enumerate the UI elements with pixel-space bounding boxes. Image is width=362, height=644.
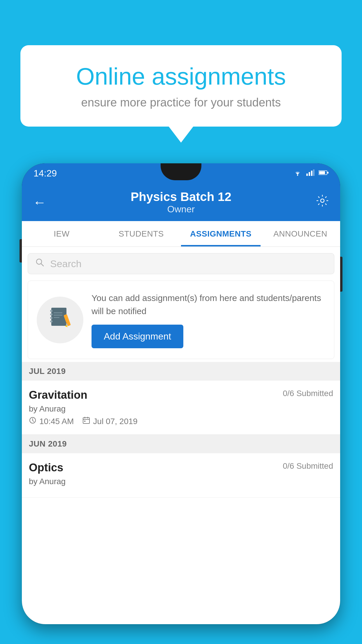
section-header-jun: JUN 2019 bbox=[22, 435, 340, 453]
search-icon bbox=[35, 258, 45, 270]
assignment-item-gravitation[interactable]: Gravitation 0/6 Submitted by Anurag 10:4… bbox=[22, 381, 340, 435]
speech-bubble-subtitle: ensure more practice for your students bbox=[41, 96, 321, 109]
back-button[interactable]: ← bbox=[33, 194, 46, 210]
calendar-icon bbox=[82, 416, 90, 426]
svg-rect-6 bbox=[319, 171, 325, 174]
tabs-bar: IEW STUDENTS ASSIGNMENTS ANNOUNCEN bbox=[22, 221, 340, 247]
tab-announcements[interactable]: ANNOUNCEN bbox=[261, 221, 340, 246]
notch bbox=[161, 163, 201, 180]
tab-assignments-label: ASSIGNMENTS bbox=[190, 229, 252, 239]
assignment-name-optics: Optics bbox=[29, 461, 63, 474]
svg-rect-14 bbox=[50, 321, 52, 322]
tab-announcements-label: ANNOUNCEN bbox=[273, 229, 327, 239]
settings-icon[interactable] bbox=[316, 194, 329, 210]
header-subtitle: Owner bbox=[131, 204, 231, 215]
phone-content: Search bbox=[22, 247, 340, 624]
svg-rect-3 bbox=[311, 171, 312, 176]
svg-rect-22 bbox=[83, 418, 89, 424]
header-title: Physics Batch 12 bbox=[131, 190, 231, 204]
speech-bubble-tail bbox=[169, 127, 193, 143]
status-time: 14:29 bbox=[34, 168, 57, 179]
svg-rect-16 bbox=[54, 315, 62, 316]
svg-point-8 bbox=[321, 199, 324, 202]
tab-students-label: STUDENTS bbox=[119, 229, 164, 239]
assignment-item-optics[interactable]: Optics 0/6 Submitted by Anurag bbox=[22, 453, 340, 498]
svg-rect-1 bbox=[306, 174, 308, 176]
assignment-name-gravitation: Gravitation bbox=[29, 389, 87, 401]
battery-icon bbox=[319, 170, 328, 176]
clock-icon bbox=[29, 416, 36, 426]
volume-button bbox=[20, 239, 22, 262]
empty-state-right: You can add assignment(s) from here and … bbox=[92, 291, 325, 348]
search-bar[interactable]: Search bbox=[28, 253, 334, 274]
speech-bubble-container: Online assignments ensure more practice … bbox=[20, 45, 342, 143]
tab-overview-label: IEW bbox=[54, 229, 69, 239]
wifi-icon bbox=[293, 169, 302, 177]
svg-rect-15 bbox=[54, 312, 62, 313]
assignment-submitted-gravitation: 0/6 Submitted bbox=[283, 389, 333, 398]
power-button bbox=[340, 257, 342, 292]
assignment-date-gravitation: Jul 07, 2019 bbox=[82, 416, 138, 426]
svg-rect-23 bbox=[84, 421, 85, 422]
section-header-jul: JUL 2019 bbox=[22, 362, 340, 381]
speech-bubble-title: Online assignments bbox=[41, 63, 321, 90]
svg-rect-2 bbox=[309, 172, 310, 176]
notebook-icon-circle bbox=[37, 297, 83, 343]
search-placeholder: Search bbox=[50, 258, 82, 270]
phone-body: 14:29 bbox=[22, 163, 340, 624]
svg-point-0 bbox=[297, 175, 298, 176]
svg-rect-17 bbox=[54, 317, 59, 318]
assignment-submitted-optics: 0/6 Submitted bbox=[283, 461, 333, 471]
status-icons bbox=[293, 169, 328, 177]
phone-mockup: 14:29 bbox=[22, 163, 340, 644]
empty-state-card: You can add assignment(s) from here and … bbox=[28, 281, 334, 359]
assignment-time-gravitation: 10:45 AM bbox=[29, 416, 74, 426]
empty-state-description: You can add assignment(s) from here and … bbox=[92, 291, 325, 318]
tab-overview[interactable]: IEW bbox=[22, 221, 101, 246]
status-bar: 14:29 bbox=[22, 163, 340, 183]
assignment-by-gravitation: by Anurag bbox=[29, 404, 333, 414]
svg-rect-11 bbox=[50, 310, 52, 312]
tab-assignments[interactable]: ASSIGNMENTS bbox=[181, 221, 261, 246]
svg-rect-7 bbox=[327, 172, 328, 174]
add-assignment-button[interactable]: Add Assignment bbox=[92, 325, 183, 348]
app-header: ← Physics Batch 12 Owner bbox=[22, 183, 340, 221]
svg-rect-4 bbox=[313, 169, 314, 176]
svg-rect-12 bbox=[50, 314, 52, 315]
tab-students[interactable]: STUDENTS bbox=[101, 221, 181, 246]
notebook-icon bbox=[48, 305, 72, 334]
assignment-by-optics: by Anurag bbox=[29, 477, 333, 486]
speech-bubble: Online assignments ensure more practice … bbox=[20, 45, 342, 127]
header-title-block: Physics Batch 12 Owner bbox=[131, 190, 231, 215]
signal-icon bbox=[306, 169, 314, 177]
assignment-meta-gravitation: 10:45 AM Jul 07, 2019 bbox=[29, 416, 333, 426]
svg-rect-13 bbox=[50, 317, 52, 319]
